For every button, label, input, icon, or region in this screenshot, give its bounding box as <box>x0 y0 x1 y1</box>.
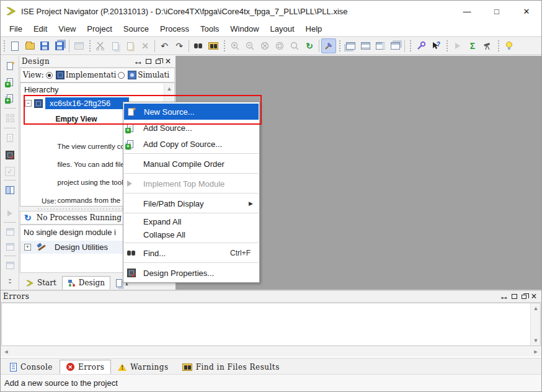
more-tools-button[interactable]: ⌄⌄ <box>4 274 16 287</box>
analyze-button[interactable] <box>480 38 495 53</box>
tab-start[interactable]: Start <box>20 276 62 290</box>
new-source-button[interactable]: ✶ <box>4 60 16 72</box>
toolbar-grip[interactable] <box>409 40 412 52</box>
menu-source[interactable]: Source <box>118 22 154 35</box>
minimize-button[interactable]: — <box>452 1 482 22</box>
maximize-panel-button[interactable] <box>143 57 153 66</box>
menu-window[interactable]: Window <box>224 22 264 35</box>
toggle-check-button[interactable]: ✓ <box>4 165 16 177</box>
menu-item-collapse-all[interactable]: Collapse All <box>123 228 259 241</box>
redo-button[interactable]: ↷ <box>172 38 187 53</box>
print-button[interactable] <box>71 38 86 53</box>
refresh-button[interactable]: ↻ <box>302 38 317 53</box>
close-panel-button[interactable]: × <box>163 57 173 66</box>
add-copy-of-source-button[interactable]: + <box>4 92 16 104</box>
sum-button[interactable]: Σ <box>465 38 480 53</box>
intelligent-help-button[interactable] <box>502 38 517 53</box>
menu-tools[interactable]: Tools <box>195 22 224 35</box>
tile-horizontal-button[interactable] <box>358 38 373 53</box>
menu-view[interactable]: View <box>53 22 81 35</box>
float-panel-button[interactable]: ↔ <box>133 57 143 66</box>
toolbar-grip[interactable] <box>89 40 92 52</box>
menu-item-manual-compile-order[interactable]: Manual Compile Order <box>123 156 259 172</box>
settings-button[interactable] <box>414 38 429 53</box>
zoom-full-view-button[interactable] <box>257 38 272 53</box>
undo-button[interactable]: ↶ <box>157 38 172 53</box>
run-button[interactable] <box>450 38 465 53</box>
errors-horizontal-scrollbar[interactable]: ◄ ► <box>1 346 541 357</box>
errors-vertical-scrollbar[interactable]: ▲ ▼ <box>530 303 540 345</box>
run-process-button[interactable] <box>4 207 16 220</box>
toolbox-button[interactable] <box>321 38 336 53</box>
menu-item-expand-all[interactable]: Expand All <box>123 215 259 228</box>
maximize-button[interactable]: □ <box>482 1 512 22</box>
delete-button[interactable]: ✕ <box>138 38 153 53</box>
toolbar-grip[interactable] <box>497 40 500 52</box>
toolbar-grip[interactable] <box>446 40 449 52</box>
toolbar-grip[interactable] <box>223 40 226 52</box>
tab-find-in-files-results[interactable]: Find in Files Results <box>175 360 287 374</box>
save-button[interactable] <box>37 38 52 53</box>
tile-vertical-button[interactable] <box>373 38 388 53</box>
zoom-in-button[interactable] <box>228 38 242 53</box>
menu-item-implement-top-module[interactable]: Implement Top Module <box>123 176 259 192</box>
menu-item-new-source[interactable]: ✶ New Source... <box>124 104 259 120</box>
errors-content[interactable]: ▲ ▼ <box>1 303 541 346</box>
zoom-box-button[interactable] <box>272 38 287 53</box>
menu-edit[interactable]: Edit <box>28 22 53 35</box>
restore-panel-button[interactable] <box>519 292 529 301</box>
find-in-files-button[interactable] <box>206 38 221 53</box>
partition-button[interactable] <box>4 112 16 124</box>
tab-warnings[interactable]: Warnings <box>111 360 175 374</box>
source-properties-button[interactable] <box>4 131 16 144</box>
menu-item-design-properties[interactable]: ✓ Design Properties... <box>123 265 259 281</box>
hierarchy-device-row[interactable]: − xc6slx16-2ftg256 <box>25 97 129 109</box>
rerun-process-button[interactable] <box>4 226 16 238</box>
menu-item-file-path-display[interactable]: File/Path Display ▶ <box>123 195 259 212</box>
copy-button[interactable] <box>108 38 123 53</box>
menu-process[interactable]: Process <box>154 22 195 35</box>
toolbar-grip[interactable] <box>3 40 6 52</box>
close-panel-button[interactable]: × <box>529 292 539 301</box>
stop-process-button[interactable] <box>4 241 16 253</box>
find-button[interactable] <box>191 38 206 53</box>
open-file-button[interactable] <box>22 38 37 53</box>
close-button[interactable]: ✕ <box>512 1 541 22</box>
design-properties-rail-button[interactable]: ✓ <box>4 149 16 161</box>
new-file-button[interactable] <box>7 38 22 53</box>
restore-window-button[interactable] <box>388 38 402 53</box>
implementation-radio[interactable] <box>46 72 53 79</box>
device-node-label[interactable]: xc6slx16-2ftg256 <box>45 97 129 109</box>
add-source-button[interactable]: + <box>4 76 16 88</box>
tab-errors[interactable]: ✕ Errors <box>60 360 111 374</box>
maximize-panel-button[interactable] <box>509 292 519 301</box>
context-help-button[interactable]: ? <box>429 38 443 53</box>
scroll-up-button[interactable]: ▲ <box>164 84 174 94</box>
cascade-windows-button[interactable] <box>343 38 358 53</box>
toolbar-grip[interactable] <box>339 40 342 52</box>
scroll-right-button[interactable]: ► <box>531 347 541 357</box>
rerun-all-button[interactable] <box>4 259 16 272</box>
menu-file[interactable]: File <box>4 22 28 35</box>
show-columns-button[interactable] <box>4 184 16 196</box>
expand-node-icon[interactable]: + <box>24 244 31 251</box>
menu-project[interactable]: Project <box>81 22 117 35</box>
collapse-node-icon[interactable]: − <box>25 100 32 107</box>
cut-button[interactable] <box>93 38 108 53</box>
restore-panel-button[interactable] <box>153 57 163 66</box>
design-panel-header[interactable]: Design ↔ × <box>19 56 175 68</box>
zoom-out-button[interactable] <box>242 38 257 53</box>
simulation-radio[interactable] <box>118 72 125 79</box>
float-panel-button[interactable]: ↔ <box>499 292 509 301</box>
menu-item-find[interactable]: Find... Ctrl+F <box>123 245 259 261</box>
menu-help[interactable]: Help <box>300 22 328 35</box>
menu-layout[interactable]: Layout <box>265 22 300 35</box>
scroll-up-button[interactable]: ▲ <box>531 303 541 313</box>
menu-item-add-copy-of-source[interactable]: + Add Copy of Source... <box>123 136 259 152</box>
errors-panel-header[interactable]: Errors ↔ × <box>1 291 541 303</box>
save-all-button[interactable] <box>52 38 67 53</box>
tab-console[interactable]: Console <box>3 360 60 374</box>
paste-button[interactable] <box>123 38 138 53</box>
zoom-selection-button[interactable] <box>287 38 302 53</box>
scroll-left-button[interactable]: ◄ <box>1 347 11 357</box>
